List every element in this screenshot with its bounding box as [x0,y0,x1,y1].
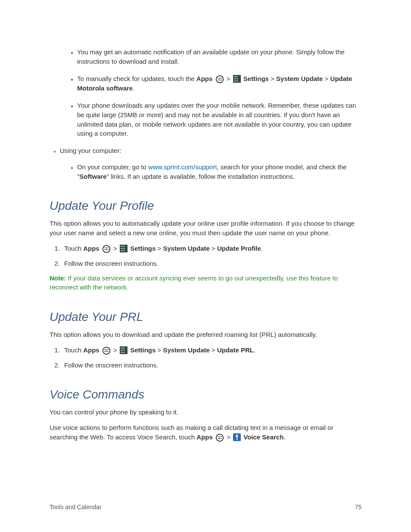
bullet-computer-instructions: On your computer, go to www.sprint.com/s… [77,162,361,181]
prl-description: This option allows you to download and u… [50,330,361,339]
svg-point-21 [216,434,224,442]
svg-point-12 [106,249,107,250]
svg-point-25 [218,438,219,439]
svg-point-7 [103,246,110,253]
sub-list: You may get an automatic notification of… [50,47,361,138]
page-footer: Tools and Calendar 75 [50,504,361,510]
apps-icon [102,346,111,355]
prl-step-1: Touch Apps > Settings > System Update > … [62,345,361,355]
heading-voice-commands: Voice Commands [50,388,361,401]
settings-icon [233,75,241,83]
list-item-using-phone-implied: You may get an automatic notification of… [50,47,361,138]
profile-step-1: Touch Apps > Settings > System Update > … [62,244,361,254]
bullet-auto-notification: You may get an automatic notification of… [77,47,361,66]
prl-step-2: Follow the onscreen instructions. [62,361,361,370]
svg-point-15 [104,349,105,350]
svg-point-8 [104,247,105,248]
settings-icon [120,346,128,354]
svg-point-22 [218,436,219,437]
svg-point-26 [219,438,220,439]
settings-icon [120,245,128,252]
list-item-using-computer: Using your computer: On your computer, g… [60,146,361,181]
voice-p2: Use voice actions to perform functions s… [50,423,361,442]
svg-point-4 [218,79,218,80]
heading-update-prl: Update Your PRL [50,310,361,324]
svg-point-6 [221,79,221,80]
profile-steps: Touch Apps > Settings > System Update > … [50,244,361,268]
footer-section: Tools and Calendar [50,504,102,510]
bullet-manual-check: To manually check for updates, touch the… [77,74,361,93]
profile-description: This option allows you to automatically … [50,219,361,238]
top-level-list: You may get an automatic notification of… [50,47,361,181]
svg-point-3 [221,78,221,78]
voice-p1: You can control your phone by speaking t… [50,408,361,417]
svg-point-27 [221,438,221,439]
apps-icon [215,75,224,84]
heading-update-profile: Update Your Profile [50,199,361,213]
svg-point-23 [219,436,220,437]
bullet-data-warning: Your phone downloads any updates over th… [77,101,361,138]
svg-point-16 [106,349,107,350]
svg-point-0 [216,75,223,83]
svg-point-18 [104,351,105,352]
svg-point-5 [219,79,220,80]
svg-point-24 [221,436,221,437]
footer-page-number: 75 [355,504,361,510]
support-link[interactable]: www.sprint.com/support [148,163,217,171]
svg-point-13 [107,249,108,250]
svg-point-17 [107,349,108,350]
svg-point-14 [103,347,110,355]
apps-icon [102,244,111,254]
svg-point-2 [219,78,220,78]
svg-point-19 [106,351,107,352]
apps-icon [215,433,224,442]
microphone-icon [233,433,241,441]
svg-point-20 [107,351,108,352]
svg-point-10 [107,247,108,248]
profile-step-2: Follow the onscreen instructions. [62,259,361,268]
document-page: You may get an automatic notification of… [0,0,411,532]
profile-note: Note: If your data services or account s… [50,274,361,292]
svg-point-9 [106,247,107,248]
prl-steps: Touch Apps > Settings > System Update > … [50,345,361,370]
svg-point-11 [104,249,105,250]
svg-point-1 [218,78,218,78]
computer-sublist: On your computer, go to www.sprint.com/s… [60,162,361,181]
